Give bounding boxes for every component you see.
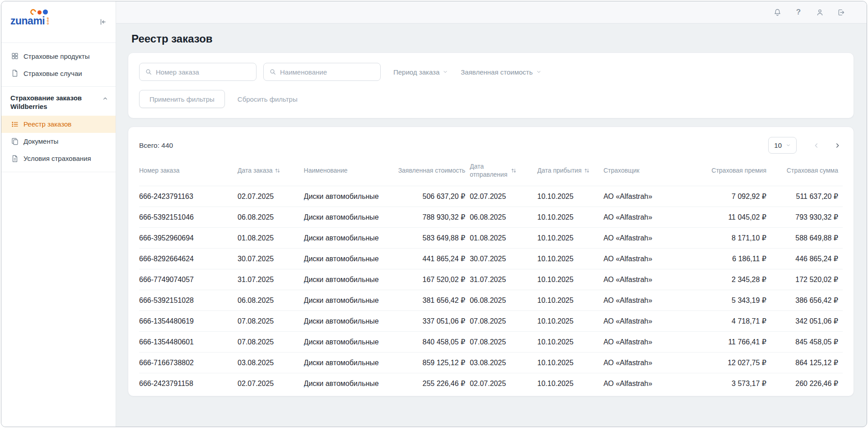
brand-logo-text: zunami: [10, 16, 45, 26]
table-cell: 386 656,42 ₽: [771, 290, 843, 311]
column-header-ship-date[interactable]: Дата отправления: [470, 160, 537, 186]
profile-button[interactable]: [815, 7, 825, 17]
name-input[interactable]: [280, 68, 375, 76]
table-row[interactable]: 666-774907405731.07.2025Диски автомобиль…: [139, 269, 843, 290]
table-row[interactable]: 666-242379116302.07.2025Диски автомобиль…: [139, 186, 843, 207]
apply-filters-button[interactable]: Применить фильтры: [139, 90, 225, 108]
table-cell: 10.10.2025: [537, 373, 603, 394]
sidebar-item-insurance-terms[interactable]: Условия страхования: [1, 150, 116, 167]
table-cell: 666-5392151046: [139, 207, 238, 228]
table-row[interactable]: 666-135448060107.08.2025Диски автомобиль…: [139, 332, 843, 353]
table-cell: 441 865,24 ₽: [397, 249, 470, 269]
brand-logo-dots: [30, 9, 50, 15]
sidebar-item-label: Реестр заказов: [23, 120, 71, 128]
column-header-arrival-date[interactable]: Дата прибытия: [537, 160, 603, 186]
sidebar-item-insurance-cases[interactable]: Страховые случаи: [1, 65, 116, 82]
table-cell: 342 051,06 ₽: [771, 311, 843, 332]
column-header-declared-value: Заявленная стоимость: [397, 160, 470, 186]
grid-icon: [10, 52, 19, 61]
notifications-button[interactable]: [772, 7, 782, 17]
table-cell: 30.07.2025: [470, 249, 537, 269]
table-row[interactable]: 666-395296069401.08.2025Диски автомобиль…: [139, 228, 843, 249]
reset-filters-button[interactable]: Сбросить фильтры: [229, 90, 307, 108]
table-cell: АО «Alfastrah»: [603, 228, 698, 249]
search-icon: [269, 68, 276, 75]
column-header-label: Заявленная стоимость: [398, 167, 466, 175]
sidebar-item-label: Страховые случаи: [23, 70, 82, 77]
table-cell: 10.10.2025: [537, 269, 603, 290]
order-number-search-field[interactable]: [139, 63, 257, 81]
table-cell: 02.07.2025: [470, 186, 537, 207]
table-cell: АО «Alfastrah»: [603, 332, 698, 353]
sidebar-item-label: Документы: [23, 137, 58, 145]
declared-value-dropdown[interactable]: Заявленная стоимость: [461, 68, 541, 76]
table-row[interactable]: 666-539215104606.08.2025Диски автомобиль…: [139, 207, 843, 228]
sidebar-item-label: Страховые продукты: [23, 52, 89, 60]
table-row[interactable]: 666-716673880203.08.2025Диски автомобиль…: [139, 353, 843, 373]
table-row[interactable]: 666-242379115802.07.2025Диски автомобиль…: [139, 373, 843, 394]
table-cell: 167 520,02 ₽: [397, 269, 470, 290]
previous-page-button[interactable]: [811, 140, 822, 151]
table-cell: 12 027,75 ₽: [698, 353, 771, 373]
table-cell: АО «Alfastrah»: [603, 353, 698, 373]
column-header-order-date[interactable]: Дата заказа: [238, 160, 303, 186]
table-cell: 06.08.2025: [470, 290, 537, 311]
name-search-field[interactable]: [263, 63, 381, 81]
table-cell: 337 051,06 ₽: [397, 311, 470, 332]
sidebar-collapse-button[interactable]: [98, 17, 107, 27]
table-cell: 07.08.2025: [470, 332, 537, 353]
table-cell: 31.07.2025: [470, 269, 537, 290]
order-period-dropdown[interactable]: Период заказа: [393, 68, 448, 76]
sidebar-sub-menu: Реестр заказов Документы Условия страхов…: [1, 116, 116, 172]
column-header-label: Наименование: [304, 167, 348, 175]
next-page-button[interactable]: [832, 140, 843, 151]
table-cell: 793 930,32 ₽: [771, 207, 843, 228]
copy-icon: [10, 137, 19, 146]
sidebar-header: zunami one: [1, 1, 116, 43]
table-cell: 506 637,20 ₽: [397, 186, 470, 207]
chevron-up-icon: [102, 95, 108, 102]
sort-icon: [584, 168, 590, 174]
table-cell: 260 226,46 ₽: [771, 373, 843, 394]
table-cell: АО «Alfastrah»: [603, 249, 698, 269]
main-area: ? Реестр заказов: [116, 1, 867, 427]
table-cell: 8 171,10 ₽: [698, 228, 771, 249]
order-period-dropdown-label: Период заказа: [393, 68, 439, 76]
table-row[interactable]: 666-829266462430.07.2025Диски автомобиль…: [139, 249, 843, 269]
table-cell: 10.10.2025: [537, 207, 603, 228]
sidebar-section-wildberries[interactable]: Страхование заказов Wildberries: [1, 87, 116, 116]
table-row[interactable]: 666-135448061907.08.2025Диски автомобиль…: [139, 311, 843, 332]
page-size-select[interactable]: 10: [768, 137, 797, 154]
table-cell: АО «Alfastrah»: [603, 290, 698, 311]
table-cell: Диски автомобильные: [304, 269, 397, 290]
column-header-label: Страховая премия: [712, 167, 766, 175]
table-cell: Диски автомобильные: [304, 207, 397, 228]
table-cell: 588 649,88 ₽: [771, 228, 843, 249]
sidebar-main-menu: Страховые продукты Страховые случаи: [1, 43, 116, 86]
column-header-label: Страховщик: [603, 167, 639, 175]
logout-button[interactable]: [836, 7, 846, 17]
table-cell: 583 649,88 ₽: [397, 228, 470, 249]
sidebar-item-orders-registry[interactable]: Реестр заказов: [1, 116, 116, 133]
table-cell: АО «Alfastrah»: [603, 269, 698, 290]
logo-red-dot: [37, 10, 42, 14]
column-header-order-number: Номер заказа: [139, 160, 238, 186]
sidebar-item-insurance-products[interactable]: Страховые продукты: [1, 47, 116, 65]
table-cell: 666-3952960694: [139, 228, 238, 249]
table-head-row: Номер заказаДата заказаНаименованиеЗаявл…: [139, 160, 843, 186]
sort-icon: [275, 168, 280, 174]
chevron-down-icon: [536, 69, 541, 75]
sidebar-item-documents[interactable]: Документы: [1, 133, 116, 150]
help-button[interactable]: ?: [793, 7, 803, 17]
table-cell: 666-2423791163: [139, 186, 238, 207]
brand-logo: zunami one: [10, 9, 50, 26]
column-header-label: Номер заказа: [139, 167, 179, 175]
table-row[interactable]: 666-539215102806.08.2025Диски автомобиль…: [139, 290, 843, 311]
column-header-name: Наименование: [304, 160, 397, 186]
order-number-input[interactable]: [156, 68, 251, 76]
user-icon: [816, 8, 824, 17]
table-cell: 666-2423791158: [139, 373, 238, 394]
table-cell: Диски автомобильные: [304, 353, 397, 373]
table-cell: 02.07.2025: [238, 373, 303, 394]
table-cell: АО «Alfastrah»: [603, 186, 698, 207]
